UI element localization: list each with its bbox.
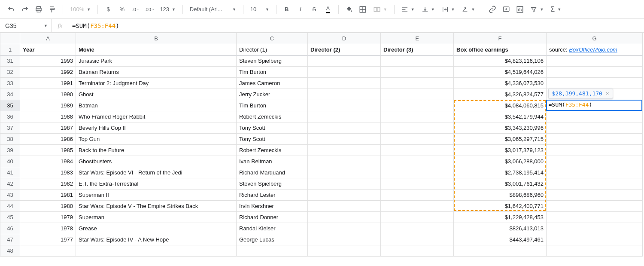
cell[interactable] bbox=[381, 178, 454, 190]
strikethrough-button[interactable]: S bbox=[308, 3, 320, 15]
cell[interactable]: Steven Spielberg bbox=[237, 55, 308, 67]
cell[interactable] bbox=[308, 122, 381, 134]
cell[interactable] bbox=[547, 245, 643, 257]
cell[interactable]: Batman bbox=[76, 100, 237, 111]
cell[interactable]: Ghostbusters bbox=[76, 156, 237, 167]
cell[interactable]: Who Framed Roger Rabbit bbox=[76, 111, 237, 122]
cell[interactable]: $3,343,230,996 bbox=[454, 122, 547, 134]
cell[interactable]: Director (2) bbox=[308, 44, 381, 55]
cell[interactable] bbox=[381, 89, 454, 100]
cell[interactable] bbox=[547, 78, 643, 89]
column-header[interactable]: F bbox=[454, 33, 547, 44]
cell[interactable]: $4,519,644,026 bbox=[454, 67, 547, 78]
row-header[interactable]: 45 bbox=[0, 212, 20, 223]
cell[interactable] bbox=[381, 156, 454, 167]
row-header[interactable]: 36 bbox=[0, 111, 20, 122]
cell[interactable]: 1983 bbox=[20, 167, 76, 178]
row-header[interactable]: 48 bbox=[0, 245, 20, 257]
row-header[interactable]: 37 bbox=[0, 122, 20, 134]
row-header[interactable]: 33 bbox=[0, 78, 20, 89]
cell[interactable]: $1,642,400,771 bbox=[454, 201, 547, 212]
row-header[interactable]: 44 bbox=[0, 201, 20, 212]
cell[interactable] bbox=[308, 89, 381, 100]
cell[interactable]: Top Gun bbox=[76, 134, 237, 145]
cell[interactable]: Box office earnings bbox=[454, 44, 547, 55]
cell[interactable] bbox=[547, 212, 643, 223]
cell[interactable] bbox=[308, 167, 381, 178]
formula-input[interactable]: =SUM(F35:F44) bbox=[69, 22, 644, 29]
cell[interactable]: Superman bbox=[76, 212, 237, 223]
cell[interactable] bbox=[381, 111, 454, 122]
cell[interactable] bbox=[308, 145, 381, 156]
cell[interactable]: 1985 bbox=[20, 145, 76, 156]
cell[interactable]: Randal Kleiser bbox=[237, 223, 308, 234]
text-color-button[interactable]: A bbox=[322, 3, 334, 15]
cell[interactable] bbox=[547, 234, 643, 245]
cell[interactable] bbox=[308, 111, 381, 122]
column-header[interactable]: G bbox=[547, 33, 643, 44]
cell[interactable]: Star Wars: Episode V - The Empire Strike… bbox=[76, 201, 237, 212]
row-header[interactable]: 39 bbox=[0, 145, 20, 156]
cell[interactable] bbox=[381, 67, 454, 78]
cell[interactable]: $3,001,761,432 bbox=[454, 178, 547, 190]
cell[interactable] bbox=[381, 145, 454, 156]
cell[interactable] bbox=[76, 245, 237, 257]
cell[interactable] bbox=[237, 245, 308, 257]
name-box[interactable]: G35 ▼ bbox=[0, 19, 52, 32]
cell[interactable] bbox=[381, 245, 454, 257]
cell[interactable]: Beverly Hills Cop II bbox=[76, 122, 237, 134]
cell[interactable]: 1987 bbox=[20, 122, 76, 134]
filter-button[interactable]: ▼ bbox=[528, 3, 546, 15]
cell[interactable]: 1986 bbox=[20, 134, 76, 145]
cell[interactable]: Terminator 2: Judgment Day bbox=[76, 78, 237, 89]
cell[interactable] bbox=[308, 223, 381, 234]
cell[interactable] bbox=[308, 134, 381, 145]
cell[interactable]: Tim Burton bbox=[237, 100, 308, 111]
text-rotation-button[interactable]: ▼ bbox=[459, 3, 477, 15]
cell[interactable] bbox=[547, 190, 643, 201]
cell[interactable]: $4,326,824,577 bbox=[454, 89, 547, 100]
cell[interactable] bbox=[547, 156, 643, 167]
insert-link-button[interactable] bbox=[486, 3, 498, 15]
cell[interactable]: $4,823,116,106 bbox=[454, 55, 547, 67]
cell[interactable]: Richard Lester bbox=[237, 190, 308, 201]
cell[interactable] bbox=[381, 223, 454, 234]
cell[interactable]: 1979 bbox=[20, 212, 76, 223]
cell[interactable]: E.T. the Extra-Terrestrial bbox=[76, 178, 237, 190]
zoom-select[interactable]: 100% ▼ bbox=[67, 3, 93, 15]
functions-button[interactable]: Σ ▼ bbox=[548, 3, 564, 15]
cell[interactable]: $3,066,288,000 bbox=[454, 156, 547, 167]
bold-button[interactable]: B bbox=[281, 3, 293, 15]
column-header[interactable]: D bbox=[308, 33, 381, 44]
cell[interactable] bbox=[547, 111, 643, 122]
cell[interactable]: $1,229,428,453 bbox=[454, 212, 547, 223]
horizontal-align-button[interactable]: ▼ bbox=[399, 3, 417, 15]
cell[interactable]: Back to the Future bbox=[76, 145, 237, 156]
cell[interactable] bbox=[381, 134, 454, 145]
cell[interactable]: $3,065,297,715 bbox=[454, 134, 547, 145]
cell[interactable]: 1988 bbox=[20, 111, 76, 122]
close-icon[interactable]: × bbox=[606, 90, 609, 97]
cell[interactable]: $443,497,461 bbox=[454, 234, 547, 245]
cell[interactable] bbox=[308, 190, 381, 201]
cell[interactable]: source: BoxOfficeMojo.com bbox=[547, 44, 643, 55]
cell[interactable] bbox=[547, 122, 643, 134]
cell[interactable] bbox=[381, 212, 454, 223]
row-header[interactable]: 47 bbox=[0, 234, 20, 245]
text-wrap-button[interactable]: ▼ bbox=[439, 3, 458, 15]
cell[interactable] bbox=[547, 67, 643, 78]
column-header[interactable]: C bbox=[237, 33, 308, 44]
decrease-decimal-button[interactable]: .0← bbox=[130, 3, 142, 15]
cell[interactable] bbox=[381, 78, 454, 89]
row-header[interactable]: 1 bbox=[0, 44, 20, 55]
cell[interactable]: 1980 bbox=[20, 201, 76, 212]
row-header[interactable]: 46 bbox=[0, 223, 20, 234]
row-header[interactable]: 41 bbox=[0, 167, 20, 178]
merge-cells-button[interactable]: ▼ bbox=[371, 3, 390, 15]
cell[interactable]: George Lucas bbox=[237, 234, 308, 245]
row-header[interactable]: 32 bbox=[0, 67, 20, 78]
fill-color-button[interactable] bbox=[343, 3, 355, 15]
cell[interactable] bbox=[547, 201, 643, 212]
italic-button[interactable]: I bbox=[295, 3, 307, 15]
cell[interactable]: Superman II bbox=[76, 190, 237, 201]
